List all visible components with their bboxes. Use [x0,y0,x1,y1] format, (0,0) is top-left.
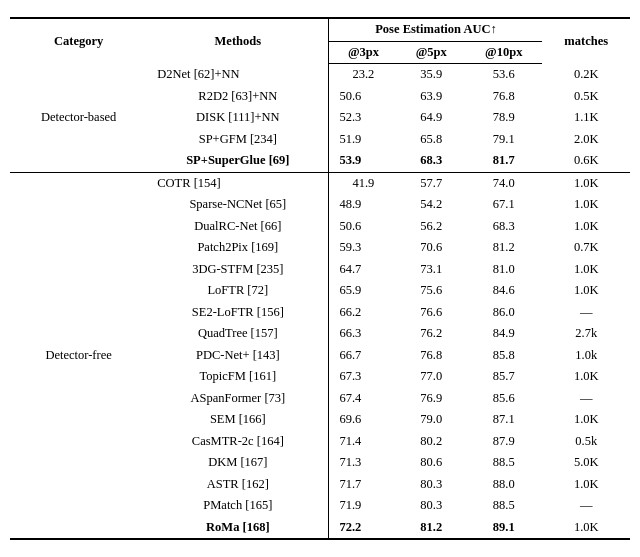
value-cell: 66.2 [329,302,397,324]
method-cell: DKM [167] [147,452,329,474]
col-5px: @5px [397,41,465,64]
value-cell: 81.7 [465,150,542,172]
matches-cell: 1.0K [542,409,630,431]
value-cell: 68.3 [465,216,542,238]
matches-cell: — [542,302,630,324]
value-cell: 71.3 [329,452,397,474]
category-cell: Detector-free [10,172,147,539]
value-cell: 81.0 [465,259,542,281]
value-cell: 88.5 [465,452,542,474]
value-cell: 48.9 [329,194,397,216]
value-cell: 88.5 [465,495,542,517]
value-cell: 68.3 [397,150,465,172]
value-cell: 87.1 [465,409,542,431]
value-cell: 81.2 [397,517,465,540]
matches-cell: 0.5K [542,86,630,108]
value-cell: 66.7 [329,345,397,367]
value-cell: 87.9 [465,431,542,453]
value-cell: 67.1 [465,194,542,216]
value-cell: 50.6 [329,86,397,108]
value-cell: 81.2 [465,237,542,259]
matches-cell: 1.0K [542,366,630,388]
value-cell: 67.4 [329,388,397,410]
value-cell: 56.2 [397,216,465,238]
method-cell: TopicFM [161] [147,366,329,388]
method-cell: SP+SuperGlue [69] [147,150,329,172]
value-cell: 67.3 [329,366,397,388]
matches-cell: — [542,495,630,517]
value-cell: 85.6 [465,388,542,410]
value-cell: 88.0 [465,474,542,496]
matches-cell: 1.0K [542,474,630,496]
matches-cell: 1.0K [542,517,630,540]
value-cell: 50.6 [329,216,397,238]
method-cell: D2Net [62]+NN [147,64,329,86]
value-cell: 63.9 [397,86,465,108]
col-matches: matches [542,18,630,64]
table-body: Detector-basedD2Net [62]+NN23.235.953.60… [10,64,630,540]
table-container: Category Methods Pose Estimation AUC↑ ma… [10,17,630,540]
matches-cell: 5.0K [542,452,630,474]
matches-cell: 2.0K [542,129,630,151]
value-cell: 66.3 [329,323,397,345]
value-cell: 76.8 [465,86,542,108]
value-cell: 35.9 [397,64,465,86]
value-cell: 89.1 [465,517,542,540]
matches-cell: — [542,388,630,410]
value-cell: 76.2 [397,323,465,345]
method-cell: Patch2Pix [169] [147,237,329,259]
matches-cell: 0.2K [542,64,630,86]
method-cell: DualRC-Net [66] [147,216,329,238]
value-cell: 52.3 [329,107,397,129]
comparison-table: Category Methods Pose Estimation AUC↑ ma… [10,17,630,540]
value-cell: 23.2 [329,64,397,86]
method-cell: DISK [111]+NN [147,107,329,129]
value-cell: 79.0 [397,409,465,431]
value-cell: 41.9 [329,172,397,194]
method-cell: ASTR [162] [147,474,329,496]
value-cell: 71.7 [329,474,397,496]
value-cell: 84.6 [465,280,542,302]
category-cell: Detector-based [10,64,147,173]
value-cell: 80.3 [397,495,465,517]
value-cell: 79.1 [465,129,542,151]
value-cell: 54.2 [397,194,465,216]
value-cell: 76.8 [397,345,465,367]
value-cell: 71.9 [329,495,397,517]
value-cell: 65.9 [329,280,397,302]
matches-cell: 1.0K [542,280,630,302]
value-cell: 76.9 [397,388,465,410]
col-methods: Methods [147,18,329,64]
method-cell: PMatch [165] [147,495,329,517]
col-10px: @10px [465,41,542,64]
method-cell: Sparse-NCNet [65] [147,194,329,216]
method-cell: LoFTR [72] [147,280,329,302]
value-cell: 75.6 [397,280,465,302]
method-cell: PDC-Net+ [143] [147,345,329,367]
value-cell: 77.0 [397,366,465,388]
matches-cell: 0.7K [542,237,630,259]
value-cell: 71.4 [329,431,397,453]
matches-cell: 0.6K [542,150,630,172]
method-cell: SE2-LoFTR [156] [147,302,329,324]
value-cell: 59.3 [329,237,397,259]
value-cell: 64.7 [329,259,397,281]
value-cell: 70.6 [397,237,465,259]
method-cell: COTR [154] [147,172,329,194]
matches-cell: 2.7k [542,323,630,345]
method-cell: R2D2 [63]+NN [147,86,329,108]
value-cell: 80.3 [397,474,465,496]
value-cell: 78.9 [465,107,542,129]
value-cell: 65.8 [397,129,465,151]
value-cell: 86.0 [465,302,542,324]
matches-cell: 1.1K [542,107,630,129]
value-cell: 84.9 [465,323,542,345]
matches-cell: 1.0K [542,259,630,281]
value-cell: 53.9 [329,150,397,172]
method-cell: RoMa [168] [147,517,329,540]
value-cell: 80.2 [397,431,465,453]
value-cell: 85.8 [465,345,542,367]
method-cell: QuadTree [157] [147,323,329,345]
method-cell: SP+GFM [234] [147,129,329,151]
matches-cell: 1.0K [542,216,630,238]
